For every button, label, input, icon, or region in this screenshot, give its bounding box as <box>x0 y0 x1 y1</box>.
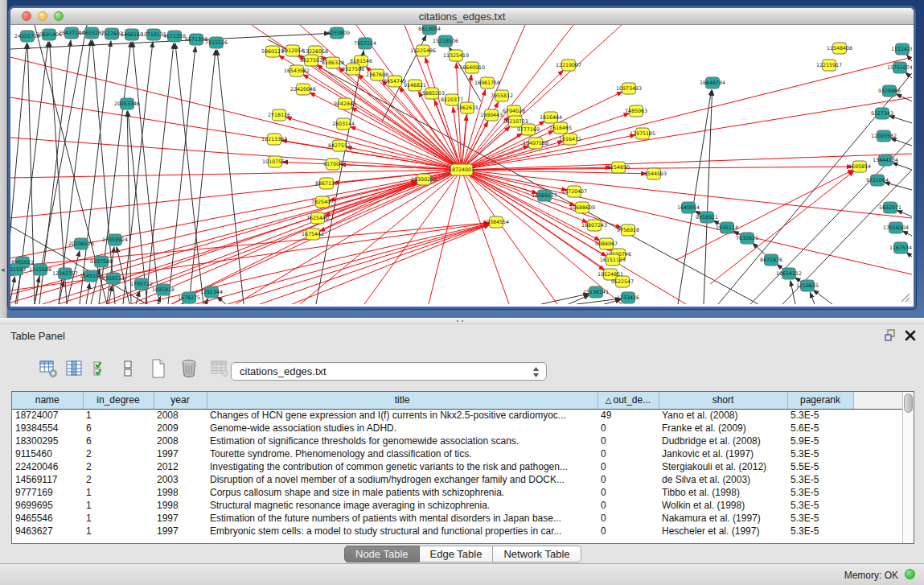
graph-edge-selected[interactable] <box>10 223 489 290</box>
table-cell[interactable]: 1 <box>83 525 154 538</box>
table-cell[interactable]: 6 <box>83 435 154 447</box>
graph-edge[interactable] <box>678 90 712 304</box>
graph-edge[interactable] <box>897 210 912 216</box>
graph-edge-selected[interactable] <box>228 225 489 304</box>
table-cell[interactable]: 9463627 <box>12 525 83 538</box>
table-cell[interactable]: Structural magnetic resonance image aver… <box>207 499 598 512</box>
graph-edge-selected[interactable] <box>462 92 622 170</box>
graph-edge[interactable] <box>189 50 216 304</box>
table-cell[interactable]: 19384554 <box>12 422 83 435</box>
table-cell[interactable]: 2009 <box>154 422 207 435</box>
network-view-window[interactable]: citations_edges.txt 18724007183002951938… <box>8 6 916 309</box>
table-cell[interactable]: 2 <box>83 473 154 486</box>
graph-edge[interactable] <box>885 182 912 190</box>
graph-edge[interactable] <box>791 281 795 304</box>
column-header-in-degree[interactable]: in_degree <box>83 392 154 409</box>
graph-edge[interactable] <box>59 40 91 304</box>
table-cell[interactable]: 5.3E-5 <box>787 499 853 512</box>
table-cell[interactable]: 0 <box>598 447 659 460</box>
table-cell[interactable]: 1997 <box>154 447 207 460</box>
table-cell[interactable]: 0 <box>598 486 659 499</box>
table-scrollbar[interactable] <box>902 392 914 543</box>
table-cell[interactable]: 0 <box>598 422 659 435</box>
column-header-pagerank[interactable]: pagerank <box>787 392 853 409</box>
graph-edge[interactable] <box>889 116 912 123</box>
graph-edge-selected[interactable] <box>462 170 612 251</box>
network-canvas[interactable]: 1872400718300295193845545960123891295413… <box>10 25 912 304</box>
table-cell[interactable]: 2003 <box>154 473 207 486</box>
table-cell[interactable]: 2 <box>83 447 154 460</box>
table-cell[interactable]: 5.3E-5 <box>787 525 853 538</box>
table-cell[interactable]: Stergiakouli et al. (2012) <box>659 460 787 473</box>
graph-edge-selected[interactable] <box>260 225 489 304</box>
table-mode-icon[interactable] <box>39 359 58 378</box>
graph-edge[interactable] <box>810 292 815 304</box>
table-cell[interactable]: Tourette syndrome. Phenomenology and cla… <box>207 447 598 460</box>
table-row[interactable]: 1456911722003Disruption of a novel membe… <box>12 473 903 486</box>
table-cell[interactable]: 5.3E-5 <box>787 409 853 422</box>
table-cell[interactable]: 1998 <box>154 486 207 499</box>
graph-edge[interactable] <box>813 290 832 304</box>
graph-edge-selected[interactable] <box>456 63 462 170</box>
graph-edge-selected[interactable] <box>462 170 912 274</box>
table-row[interactable]: 946362711997Embryonic stem cells: a mode… <box>12 525 903 538</box>
table-cell[interactable]: 1998 <box>154 499 207 512</box>
table-row[interactable]: 946554611997Estimation of the future num… <box>12 512 903 525</box>
graph-edge-selected[interactable] <box>330 170 462 200</box>
column-header-short[interactable]: short <box>659 392 787 409</box>
table-cell[interactable]: Genome-wide association studies in ADHD. <box>207 422 598 435</box>
table-cell[interactable]: 9699695 <box>12 499 83 512</box>
table-cell[interactable]: 6 <box>83 422 154 435</box>
close-panel-icon[interactable] <box>905 330 916 341</box>
table-cell[interactable]: 0 <box>598 499 659 512</box>
graph-edge[interactable] <box>146 43 174 304</box>
control-panel-splitter[interactable]: ◂ <box>0 0 7 318</box>
window-resize-grip-icon[interactable] <box>899 291 910 303</box>
table-cell[interactable]: 2008 <box>154 435 207 447</box>
table-cell[interactable]: Franke et al. (2009) <box>659 422 787 435</box>
table-row[interactable]: 2242004622012Investigating the contribut… <box>12 460 903 473</box>
column-header-title[interactable]: title <box>207 392 598 409</box>
table-cell[interactable]: 5.6E-5 <box>787 422 853 435</box>
graph-edge-selected[interactable] <box>462 57 912 170</box>
tab-edge-table[interactable]: Edge Table <box>420 546 494 562</box>
table-row[interactable]: 969969511998Structural magnetic resonanc… <box>12 499 903 512</box>
graph-edge-selected[interactable] <box>319 170 462 231</box>
graph-edge[interactable] <box>891 138 912 146</box>
table-cell[interactable]: Wolkin et al. (1998) <box>659 499 787 512</box>
table-cell[interactable]: Hescheler et al. (1997) <box>659 525 787 538</box>
table-cell[interactable]: 0 <box>598 460 659 473</box>
table-cell[interactable]: Nakamura et al. (1997) <box>659 512 787 525</box>
table-cell[interactable]: Corpus callosum shape and size in male p… <box>207 486 598 499</box>
row-cells-icon[interactable] <box>118 359 138 378</box>
table-cell[interactable]: 1 <box>83 499 154 512</box>
graph-edge[interactable] <box>35 25 87 304</box>
table-cell[interactable]: 1997 <box>154 512 207 525</box>
column-header-name[interactable]: name <box>12 392 83 409</box>
table-cell[interactable]: Disruption of a novel member of a sodium… <box>207 473 598 486</box>
table-row[interactable]: 1830029562008Estimation of significance … <box>12 435 903 447</box>
graph-edge[interactable] <box>316 51 363 304</box>
table-cell[interactable]: 18724007 <box>12 409 83 422</box>
table-cell[interactable]: Yano et al. (2008) <box>659 409 787 422</box>
table-scrollbar-thumb[interactable] <box>904 393 913 413</box>
table-cell[interactable]: Jankovic et al. (1997) <box>659 447 787 460</box>
show-columns-icon[interactable] <box>65 359 84 378</box>
table-cell[interactable]: 0 <box>598 435 659 447</box>
select-columns-icon[interactable] <box>92 359 111 378</box>
graph-edge[interactable] <box>892 163 912 170</box>
table-cell[interactable]: 0 <box>598 473 659 486</box>
table-cell[interactable]: 5.3E-5 <box>787 473 853 486</box>
table-row[interactable]: 1938455462009Genome-wide association stu… <box>12 422 903 435</box>
table-cell[interactable]: 14569117 <box>12 473 83 486</box>
table-cell[interactable]: 5.5E-5 <box>787 460 853 473</box>
table-cell[interactable]: Changes of HCN gene expression and I(f) … <box>207 409 598 422</box>
table-cell[interactable]: 22420046 <box>12 460 83 473</box>
table-source-select[interactable]: citations_edges.txt <box>231 362 547 381</box>
delete-column-icon[interactable] <box>179 359 199 378</box>
graph-edge[interactable] <box>541 294 589 304</box>
network-window-titlebar[interactable]: citations_edges.txt <box>10 8 914 25</box>
graph-edge[interactable] <box>704 90 713 304</box>
table-cell[interactable]: 1997 <box>154 525 207 538</box>
table-cell[interactable]: 1 <box>83 409 154 422</box>
